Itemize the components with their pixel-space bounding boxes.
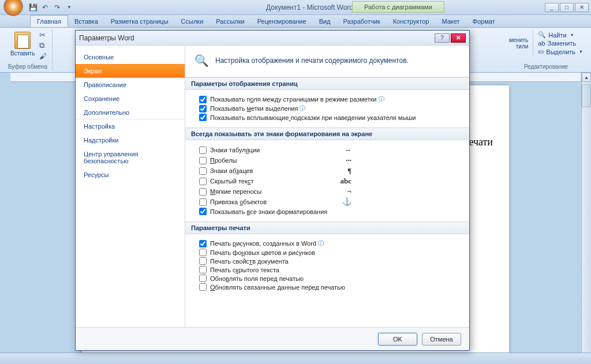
option-row[interactable]: Печать рисунков, созданных в Wordⓘ [199, 239, 461, 248]
option-row[interactable]: Мягкие переносы¬ [199, 186, 461, 197]
option-row[interactable]: Пробелы··· [199, 155, 461, 166]
option-row[interactable]: Знаки абзацев¶ [199, 166, 461, 176]
clipboard-group-label: Буфер обмена [8, 62, 47, 70]
qat-dropdown-icon[interactable]: ▼ [64, 2, 74, 13]
copy-icon[interactable]: ⧉ [39, 41, 47, 50]
nav-item[interactable]: Центр управления безопасностью [76, 147, 185, 168]
option-label: Пробелы [210, 157, 237, 164]
ok-button[interactable]: OK [378, 333, 417, 346]
vertical-scrollbar[interactable]: ▲ [581, 73, 591, 352]
scroll-thumb[interactable] [582, 84, 591, 107]
paste-button[interactable]: Вставить [8, 31, 37, 61]
option-row[interactable]: Печать скрытого текста [199, 265, 461, 274]
ribbon-tab[interactable]: Разработчик [337, 16, 387, 27]
paste-label: Вставить [10, 50, 35, 57]
option-checkbox[interactable] [199, 167, 207, 175]
styles-fragment: менить [509, 37, 528, 43]
option-checkbox[interactable] [199, 147, 207, 154]
dialog-close-button[interactable]: ✕ [451, 33, 466, 43]
dialog-titlebar[interactable]: Параметры Word ? ✕ [76, 31, 469, 46]
save-icon[interactable]: 💾 [28, 2, 38, 13]
ribbon-tab[interactable]: Ссылки [175, 16, 210, 27]
option-checkbox[interactable] [199, 249, 207, 256]
nav-item[interactable]: Дополнительно [76, 106, 185, 119]
option-row[interactable]: Знаки табуляции→ [199, 145, 461, 155]
printing-options: Печать рисунков, созданных в WordⓘПечать… [185, 234, 469, 297]
option-row[interactable]: Показывать все знаки форматирования [199, 207, 461, 216]
office-button[interactable] [3, 0, 23, 16]
nav-item[interactable]: Правописание [76, 78, 185, 92]
option-checkbox[interactable] [199, 96, 207, 103]
replace-button[interactable]: abЗаменить [538, 39, 583, 47]
dialog-nav: ОсновныеЭкранПравописаниеСохранениеДопол… [76, 46, 185, 327]
option-checkbox[interactable] [199, 114, 207, 121]
close-window-button[interactable]: ✕ [575, 3, 589, 12]
option-checkbox[interactable] [199, 178, 207, 185]
option-checkbox[interactable] [199, 208, 207, 215]
option-label: Обновлять поля перед печатью [210, 275, 304, 282]
nav-item[interactable]: Сохранение [76, 92, 185, 106]
ribbon-tab[interactable]: Формат [466, 16, 502, 27]
dialog-content: 🔍 Настройка отображения и печати содержи… [185, 46, 469, 327]
formatting-options: Знаки табуляции→Пробелы···Знаки абзацев¶… [185, 140, 469, 222]
ribbon-tab[interactable]: Рассылки [210, 16, 250, 27]
ribbon-tab[interactable]: Рецензирование [251, 16, 313, 27]
option-label: Печать скрытого текста [210, 267, 279, 273]
formatting-symbol: abc [341, 177, 352, 186]
option-row[interactable]: Скрытый текстabc [199, 176, 461, 186]
option-checkbox[interactable] [199, 257, 207, 265]
dialog-help-button[interactable]: ? [435, 33, 450, 43]
maximize-button[interactable]: □ [560, 3, 574, 12]
info-icon[interactable]: ⓘ [318, 239, 324, 247]
option-row[interactable]: Привязка объектов⚓ [199, 197, 461, 207]
nav-item[interactable]: Основные [76, 50, 185, 64]
nav-item[interactable]: Настройка [76, 119, 185, 133]
option-checkbox[interactable] [199, 198, 207, 206]
undo-icon[interactable]: ↶ [40, 2, 50, 13]
option-label: Скрытый текст [210, 178, 253, 185]
select-button[interactable]: ▭Выделить▼ [538, 47, 583, 56]
option-checkbox[interactable] [199, 275, 207, 282]
window-title: Документ1 - Microsoft Word [74, 3, 545, 12]
info-icon[interactable]: ⓘ [300, 104, 305, 112]
dialog-footer: OK Отмена [76, 327, 469, 350]
format-painter-icon[interactable]: 🖌 [39, 52, 47, 61]
option-checkbox[interactable] [199, 240, 207, 247]
ribbon-tab[interactable]: Вставка [68, 16, 104, 27]
option-checkbox[interactable] [199, 105, 207, 112]
option-row[interactable]: Показывать поля между страницами в режим… [199, 95, 461, 104]
option-row[interactable]: Обновлять связанные данные перед печатью [199, 283, 461, 291]
find-button[interactable]: 🔍Найти▼ [538, 31, 583, 39]
ribbon-tab[interactable]: Главная [30, 15, 68, 27]
titlebar: 💾 ↶ ↷ ▼ Документ1 - Microsoft Word _ □ ✕ [0, 0, 591, 15]
info-icon[interactable]: ⓘ [379, 95, 384, 103]
quick-access-toolbar: 💾 ↶ ↷ ▼ [28, 2, 74, 13]
option-row[interactable]: Показывать всплывающие подсказки при нав… [199, 113, 461, 122]
option-label: Показывать метки выделения [210, 105, 298, 112]
ribbon-tab[interactable]: Разметка страницы [104, 16, 175, 27]
nav-item[interactable]: Ресурсы [76, 168, 185, 182]
minimize-button[interactable]: _ [545, 3, 559, 12]
option-label: Привязка объектов [210, 198, 267, 205]
ribbon-tab[interactable]: Макет [435, 16, 466, 27]
option-checkbox[interactable] [199, 266, 207, 273]
option-row[interactable]: Печать свойств документа [199, 257, 461, 265]
find-icon: 🔍 [538, 31, 546, 39]
ribbon-tab[interactable]: Конструктор [387, 16, 436, 27]
ribbon-tab[interactable]: Вид [313, 16, 337, 27]
scroll-up-icon[interactable]: ▲ [582, 73, 591, 82]
option-checkbox[interactable] [199, 283, 207, 291]
redo-icon[interactable]: ↷ [52, 2, 62, 13]
nav-item[interactable]: Надстройки [76, 133, 185, 147]
option-row[interactable]: Обновлять поля перед печатью [199, 274, 461, 283]
cut-icon[interactable]: ✂ [39, 31, 47, 39]
option-checkbox[interactable] [199, 188, 207, 196]
word-options-dialog: Параметры Word ? ✕ ОсновныеЭкранПравопис… [75, 30, 470, 351]
nav-item[interactable]: Экран [76, 64, 185, 78]
option-row[interactable]: Печать фоновых цветов и рисунков [199, 248, 461, 257]
option-label: Показывать все знаки форматирования [210, 208, 327, 215]
context-tab-charts[interactable]: Работа с диаграммами [352, 1, 444, 13]
cancel-button[interactable]: Отмена [422, 333, 461, 346]
option-checkbox[interactable] [199, 157, 207, 164]
option-row[interactable]: Показывать метки выделенияⓘ [199, 104, 461, 113]
